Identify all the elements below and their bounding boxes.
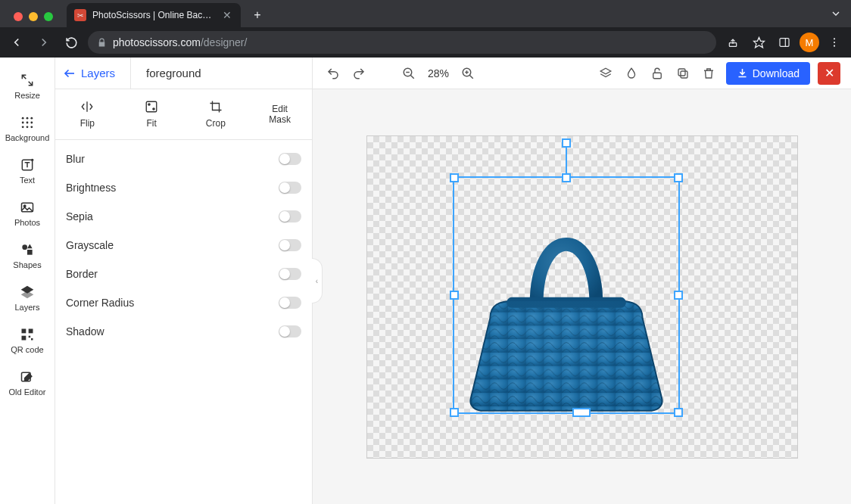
- layers-icon: [20, 285, 35, 300]
- edit-icon: [20, 369, 35, 384]
- handle-top-left[interactable]: [450, 173, 459, 182]
- leftbar-text[interactable]: Text: [0, 150, 55, 192]
- svg-marker-1: [753, 37, 764, 47]
- arrow-left-icon: [63, 67, 76, 80]
- handle-left-center[interactable]: [450, 291, 459, 300]
- download-button[interactable]: Download: [726, 62, 810, 85]
- handle-right-center[interactable]: [674, 291, 683, 300]
- svg-rect-32: [146, 101, 157, 112]
- undo-icon: [326, 67, 340, 80]
- leftbar-old-editor[interactable]: Old Editor: [0, 362, 55, 404]
- toggle-corner-radius[interactable]: [279, 297, 301, 309]
- zoom-in-icon: [461, 67, 475, 80]
- breadcrumb: foreground: [130, 58, 201, 89]
- trash-icon: [702, 67, 715, 80]
- nav-forward-button[interactable]: [33, 32, 55, 53]
- window-controls: [6, 12, 61, 27]
- layers-button[interactable]: [596, 64, 616, 83]
- handle-bottom-right[interactable]: [674, 408, 683, 417]
- panel-icon[interactable]: [774, 32, 795, 53]
- svg-point-11: [26, 122, 29, 124]
- browser-tab[interactable]: ✂ PhotoScissors | Online Backgr… ✕: [67, 3, 241, 27]
- leftbar-background[interactable]: Background: [0, 107, 55, 150]
- svg-line-36: [410, 75, 414, 79]
- svg-rect-26: [29, 329, 33, 334]
- zoom-out-button[interactable]: [399, 64, 419, 83]
- zoom-level: 28%: [425, 67, 452, 79]
- svg-point-13: [22, 126, 24, 128]
- actions-group: [596, 64, 719, 83]
- bookmark-star-icon[interactable]: [748, 32, 769, 53]
- svg-marker-24: [21, 291, 34, 298]
- canvas-stage[interactable]: [313, 89, 851, 504]
- selection-box[interactable]: [453, 176, 680, 414]
- toggle-row-blur: Blur: [66, 145, 301, 173]
- undo-button[interactable]: [323, 64, 343, 83]
- edit-mask-label: Edit Mask: [269, 104, 291, 126]
- canvas-toolbar: 28%: [313, 58, 851, 89]
- handle-top-right[interactable]: [674, 173, 683, 182]
- toggle-border[interactable]: [279, 268, 301, 280]
- leftbar-photos[interactable]: Photos: [0, 192, 55, 235]
- nav-back-button[interactable]: [6, 32, 27, 53]
- svg-rect-2: [780, 39, 789, 47]
- svg-rect-25: [22, 329, 26, 334]
- new-tab-button[interactable]: +: [247, 5, 268, 26]
- share-icon[interactable]: [722, 32, 743, 53]
- left-toolbar: Resize Background Text Photos Shapes Lay…: [0, 58, 55, 504]
- resize-icon: [20, 73, 35, 88]
- tab-bar: ✂ PhotoScissors | Online Backgr… ✕ +: [0, 0, 851, 27]
- leftbar-layers[interactable]: Layers: [0, 277, 55, 319]
- tool-flip[interactable]: Flip: [55, 89, 120, 139]
- toggle-grayscale[interactable]: [279, 239, 301, 251]
- toggle-shadow[interactable]: [279, 325, 301, 338]
- lock-button[interactable]: [647, 64, 667, 83]
- crop-icon: [209, 100, 223, 114]
- svg-point-8: [26, 117, 29, 120]
- minimize-window[interactable]: [29, 12, 38, 21]
- svg-marker-42: [600, 68, 611, 74]
- rotation-handle[interactable]: [562, 138, 571, 148]
- shapes-icon: [20, 242, 35, 257]
- tabs-overflow-icon[interactable]: [830, 8, 842, 23]
- tool-fit[interactable]: Fit: [120, 89, 184, 139]
- toggle-row-border: Border: [66, 260, 301, 288]
- toggle-brightness[interactable]: [279, 182, 301, 194]
- close-tab-icon[interactable]: ✕: [221, 9, 233, 21]
- leftbar-shapes[interactable]: Shapes: [0, 235, 55, 277]
- tab-title: PhotoScissors | Online Backgr…: [92, 10, 215, 20]
- toggle-blur[interactable]: [279, 153, 301, 165]
- tool-crop[interactable]: Crop: [184, 89, 248, 139]
- effects-list: Blur Brightness Sepia Grayscale Border C…: [55, 140, 312, 350]
- duplicate-button[interactable]: [673, 64, 693, 83]
- leftbar-qrcode[interactable]: QR code: [0, 319, 55, 362]
- redo-button[interactable]: [349, 64, 369, 83]
- handle-bottom-center[interactable]: [572, 408, 591, 417]
- tool-edit-mask[interactable]: Edit Mask: [248, 89, 312, 139]
- address-bar[interactable]: photoscissors.com/designer/: [88, 31, 716, 54]
- close-window[interactable]: [14, 12, 23, 21]
- kebab-menu-icon[interactable]: [824, 32, 845, 53]
- reload-button[interactable]: [61, 32, 82, 53]
- toggle-row-corner-radius: Corner Radius: [66, 288, 301, 317]
- svg-rect-21: [27, 250, 33, 255]
- close-editor-button[interactable]: ✕: [818, 62, 840, 85]
- leftbar-resize[interactable]: Resize: [0, 65, 55, 107]
- profile-avatar[interactable]: M: [800, 33, 819, 52]
- opacity-button[interactable]: [622, 64, 641, 83]
- canvas-artboard[interactable]: [366, 135, 798, 459]
- delete-button[interactable]: [699, 64, 719, 83]
- toggle-sepia[interactable]: [279, 210, 301, 222]
- svg-rect-45: [678, 69, 685, 76]
- handle-top-center[interactable]: [562, 173, 571, 182]
- svg-point-7: [22, 117, 24, 120]
- layers-back-link[interactable]: Layers: [63, 67, 115, 80]
- qrcode-icon: [20, 327, 35, 342]
- favicon-icon: ✂: [74, 9, 86, 21]
- handle-bottom-left[interactable]: [450, 408, 459, 417]
- redo-icon: [352, 67, 366, 80]
- maximize-window[interactable]: [44, 12, 53, 21]
- svg-rect-28: [29, 336, 31, 338]
- zoom-in-button[interactable]: [458, 64, 478, 83]
- foreground-image[interactable]: [454, 178, 678, 412]
